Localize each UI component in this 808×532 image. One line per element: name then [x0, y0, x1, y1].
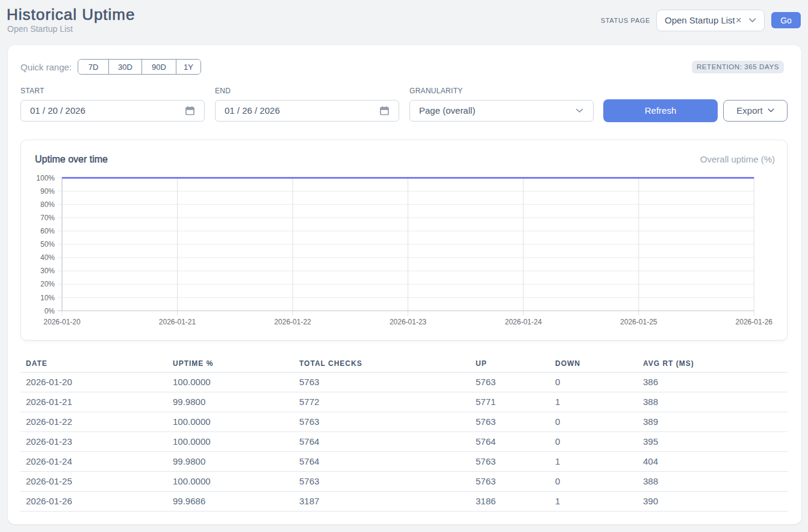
svg-text:2026-01-24: 2026-01-24 — [505, 318, 542, 326]
svg-text:70%: 70% — [40, 214, 55, 222]
svg-text:60%: 60% — [40, 227, 55, 235]
svg-text:80%: 80% — [40, 200, 55, 209]
svg-text:90%: 90% — [40, 187, 55, 196]
svg-text:50%: 50% — [40, 240, 55, 249]
svg-text:10%: 10% — [40, 294, 55, 302]
svg-text:100%: 100% — [36, 174, 55, 182]
svg-text:2026-01-22: 2026-01-22 — [274, 318, 311, 326]
svg-text:2026-01-23: 2026-01-23 — [390, 318, 427, 326]
svg-text:40%: 40% — [40, 253, 55, 262]
svg-text:2026-01-25: 2026-01-25 — [620, 318, 657, 326]
svg-text:2026-01-20: 2026-01-20 — [43, 318, 81, 326]
svg-text:2026-01-26: 2026-01-26 — [736, 318, 773, 326]
svg-text:20%: 20% — [40, 280, 55, 288]
svg-text:30%: 30% — [40, 267, 55, 275]
svg-text:2026-01-21: 2026-01-21 — [159, 318, 196, 326]
svg-text:0%: 0% — [45, 307, 55, 315]
